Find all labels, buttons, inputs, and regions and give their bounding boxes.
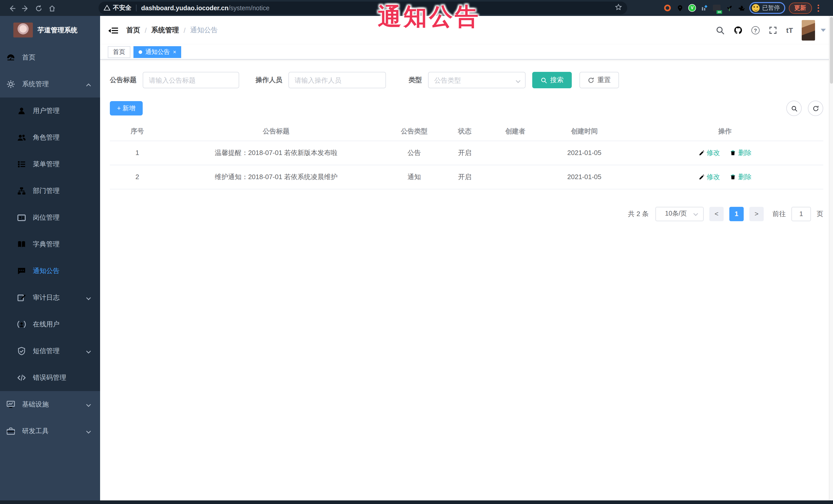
browser-extensions: V on 已暂停 更新: [663, 0, 821, 16]
chevron-down-icon: [86, 295, 91, 301]
sidebar-item-infrastructure[interactable]: 基础设施: [0, 391, 100, 418]
github-icon[interactable]: [733, 26, 743, 35]
edit-link[interactable]: 修改: [698, 148, 720, 157]
leaf-extension-icon[interactable]: [725, 4, 733, 12]
add-button[interactable]: + 新增: [110, 101, 143, 116]
browser-chrome: 不安全 dashboard.yudao.iocoder.cn/system/no…: [0, 0, 833, 16]
reload-icon[interactable]: [32, 4, 45, 12]
help-icon[interactable]: ?: [752, 26, 760, 34]
page-size-select[interactable]: 10条/页: [656, 207, 704, 221]
forward-icon[interactable]: [19, 4, 32, 12]
page-scrollbar[interactable]: [829, 16, 833, 500]
operator-input[interactable]: [288, 72, 386, 88]
app-logo-row[interactable]: 芋道管理系统: [0, 16, 100, 44]
diamond-extension-icon[interactable]: [700, 4, 709, 12]
sidebar-item-notice[interactable]: 通知公告: [0, 258, 100, 284]
tree-icon: [17, 186, 26, 195]
font-size-icon[interactable]: tT: [786, 26, 793, 34]
goto-page-input[interactable]: [791, 207, 811, 221]
orange-ring-extension-icon[interactable]: [663, 4, 672, 12]
top-navbar: 首页 / 系统管理 / 通知公告 ? tT: [100, 16, 833, 45]
navbar-actions: ? tT: [715, 16, 826, 45]
current-page-button[interactable]: 1: [729, 207, 744, 221]
toolbar-right: [786, 101, 823, 116]
cell-actions: 修改 删除: [627, 141, 823, 165]
cell-status: 开启: [441, 141, 489, 165]
col-header-type: 公告类型: [387, 122, 441, 141]
sidebar-item-dict-mgmt[interactable]: 字典管理: [0, 231, 100, 258]
shield-icon: [17, 346, 26, 356]
tab-home[interactable]: 首页: [108, 46, 130, 58]
delete-link[interactable]: 删除: [730, 148, 752, 157]
cell-title: 维护通知：2018-07-01 若依系统凌晨维护: [165, 165, 387, 189]
sidebar-item-online-users[interactable]: 在线用户: [0, 311, 100, 338]
notice-type-select-input[interactable]: [428, 72, 526, 88]
sidebar-item-error-code-mgmt[interactable]: 错误码管理: [0, 364, 100, 391]
back-icon[interactable]: [5, 4, 19, 12]
pagination: 共 2 条 10条/页 < 1 > 前往 页: [110, 207, 823, 221]
dashboard-icon: [6, 53, 16, 62]
table-header-row: 序号 公告标题 公告类型 状态 创建者 创建时间 操作: [110, 122, 823, 141]
sidebar-item-system-mgmt[interactable]: 系统管理: [0, 71, 100, 97]
chevron-down-icon: [693, 211, 698, 217]
cell-creator: [489, 165, 542, 189]
users-icon: [17, 133, 26, 142]
on-badge-extension-icon[interactable]: on: [712, 4, 721, 12]
col-header-status: 状态: [441, 122, 489, 141]
user-avatar[interactable]: [802, 20, 815, 41]
browser-menu-kebab-icon[interactable]: [815, 4, 821, 11]
home-icon[interactable]: [45, 4, 58, 12]
sidebar-item-sms-mgmt[interactable]: 短信管理: [0, 338, 100, 364]
url-path: /system/notice: [229, 4, 269, 11]
system-mgmt-submenu: 用户管理 角色管理 菜单管理 部门管理 岗位管理 字典管理: [0, 97, 100, 391]
paused-label: 已暂停: [762, 4, 780, 12]
map-pin-extension-icon[interactable]: [675, 4, 684, 12]
edit-link[interactable]: 修改: [698, 172, 720, 182]
table-toolbar: + 新增: [110, 101, 823, 116]
prev-page-button[interactable]: <: [709, 207, 724, 221]
refresh-table-button[interactable]: [808, 101, 823, 116]
bottom-edge-strip: [0, 500, 833, 504]
search-icon[interactable]: [715, 26, 725, 35]
chevron-up-icon: [86, 81, 91, 87]
sidebar-item-post-mgmt[interactable]: 岗位管理: [0, 204, 100, 231]
warning-icon: [104, 5, 110, 11]
sidebar-item-dev-tools[interactable]: 研发工具: [0, 418, 100, 445]
search-button[interactable]: 搜索: [532, 72, 572, 88]
toggle-search-button[interactable]: [786, 101, 802, 116]
next-page-button[interactable]: >: [749, 207, 764, 221]
pencil-icon: [698, 174, 705, 180]
sidebar-item-home[interactable]: 首页: [0, 44, 100, 71]
breadcrumb-home[interactable]: 首页: [126, 26, 140, 35]
extensions-puzzle-icon[interactable]: [737, 4, 746, 12]
notice-title-input[interactable]: [143, 72, 239, 88]
profile-paused-pill[interactable]: 已暂停: [749, 2, 785, 14]
scrollbar-thumb[interactable]: [830, 17, 833, 83]
green-v-extension-icon[interactable]: V: [688, 4, 696, 12]
bookmark-star-icon[interactable]: [615, 4, 622, 12]
operator-label: 操作人员: [256, 75, 282, 85]
collapse-sidebar-icon[interactable]: [108, 26, 118, 34]
address-bar[interactable]: 不安全 dashboard.yudao.iocoder.cn/system/no…: [98, 2, 627, 15]
sidebar-item-menu-mgmt[interactable]: 菜单管理: [0, 151, 100, 177]
browser-update-button[interactable]: 更新: [789, 2, 812, 14]
col-header-creator: 创建者: [489, 122, 542, 141]
sidebar-item-dept-mgmt[interactable]: 部门管理: [0, 177, 100, 204]
fullscreen-icon[interactable]: [768, 26, 778, 35]
gear-icon: [6, 79, 16, 89]
delete-link[interactable]: 删除: [730, 172, 752, 182]
sidebar-item-role-mgmt[interactable]: 角色管理: [0, 124, 100, 151]
cell-type: 通知: [387, 165, 441, 189]
notice-type-select[interactable]: [428, 72, 526, 88]
sidebar-item-audit-log[interactable]: 审计日志: [0, 284, 100, 311]
chevron-down-icon: [86, 402, 91, 407]
tab-notice[interactable]: 通知公告 ×: [134, 46, 182, 58]
sidebar-item-user-mgmt[interactable]: 用户管理: [0, 97, 100, 124]
chevron-down-icon: [515, 77, 521, 82]
breadcrumb-system-mgmt[interactable]: 系统管理: [151, 26, 179, 35]
reset-button[interactable]: 重置: [579, 72, 619, 88]
close-tab-icon[interactable]: ×: [173, 49, 176, 55]
online-users-icon: [17, 320, 26, 329]
caret-down-icon[interactable]: [821, 29, 826, 32]
table-row: 2 维护通知：2018-07-01 若依系统凌晨维护 通知 开启 2021-01…: [110, 165, 823, 189]
